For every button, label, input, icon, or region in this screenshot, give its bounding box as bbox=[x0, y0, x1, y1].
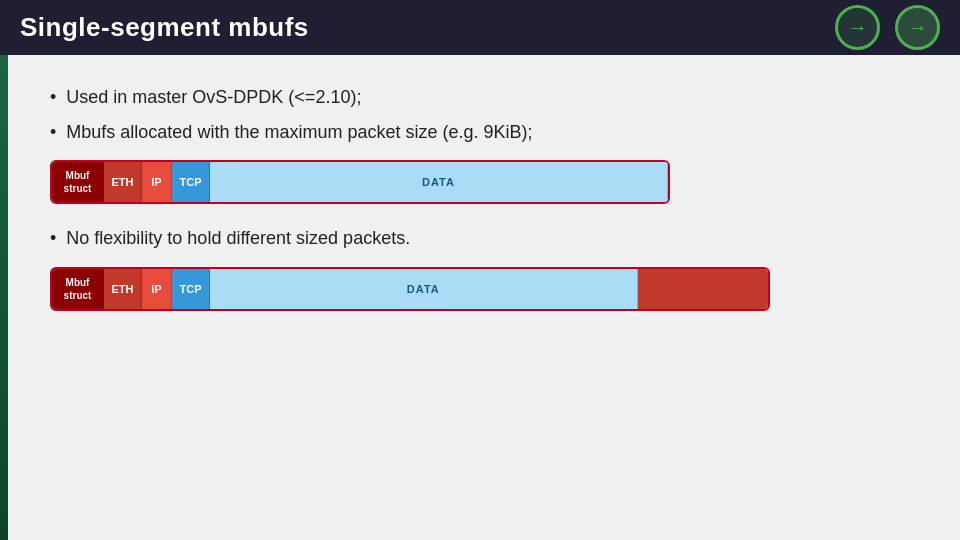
title-bar: Single-segment mbufs → → bbox=[0, 0, 960, 55]
mbuf-diagram-1: Mbuf struct ETH IP TCP DATA bbox=[50, 160, 670, 204]
arrow-circle-icon-1: → bbox=[835, 5, 880, 50]
bullet-text-1: Used in master OvS-DPDK (<=2.10); bbox=[66, 85, 361, 110]
top-right-icons: → → bbox=[835, 5, 940, 50]
mbuf-tcp-cell-2: TCP bbox=[172, 269, 210, 309]
bullet-dot-3: • bbox=[50, 226, 56, 251]
mbuf-eth-cell-1: ETH bbox=[104, 162, 142, 202]
mbuf-struct-cell-2: Mbuf struct bbox=[52, 269, 104, 309]
bullet-text-3: No flexibility to hold different sized p… bbox=[66, 226, 410, 251]
bullet-item-3: • No flexibility to hold different sized… bbox=[50, 226, 910, 251]
bullet-dot-1: • bbox=[50, 85, 56, 110]
arrow-circle-icon-2: → bbox=[895, 5, 940, 50]
mbuf-data-cell-1: DATA bbox=[210, 162, 668, 202]
content-area: • Used in master OvS-DPDK (<=2.10); • Mb… bbox=[0, 55, 960, 540]
mbuf-ip-cell-2: IP bbox=[142, 269, 172, 309]
mbuf-data-cell-2: DATA bbox=[210, 269, 638, 309]
bullet-dot-2: • bbox=[50, 120, 56, 145]
mbuf-eth-cell-2: ETH bbox=[104, 269, 142, 309]
mbuf-tcp-cell-1: TCP bbox=[172, 162, 210, 202]
mbuf-ip-cell-1: IP bbox=[142, 162, 172, 202]
mbuf-overflow-cell-2 bbox=[638, 269, 768, 309]
mbuf-struct-cell-1: Mbuf struct bbox=[52, 162, 104, 202]
bullet-item-1: • Used in master OvS-DPDK (<=2.10); bbox=[50, 85, 910, 110]
mbuf-diagram-2: Mbuf struct ETH IP TCP DATA bbox=[50, 267, 770, 311]
bullet-text-2: Mbufs allocated with the maximum packet … bbox=[66, 120, 532, 145]
bullet-item-2: • Mbufs allocated with the maximum packe… bbox=[50, 120, 910, 145]
left-accent-bar bbox=[0, 55, 8, 540]
page-title: Single-segment mbufs bbox=[20, 12, 309, 43]
